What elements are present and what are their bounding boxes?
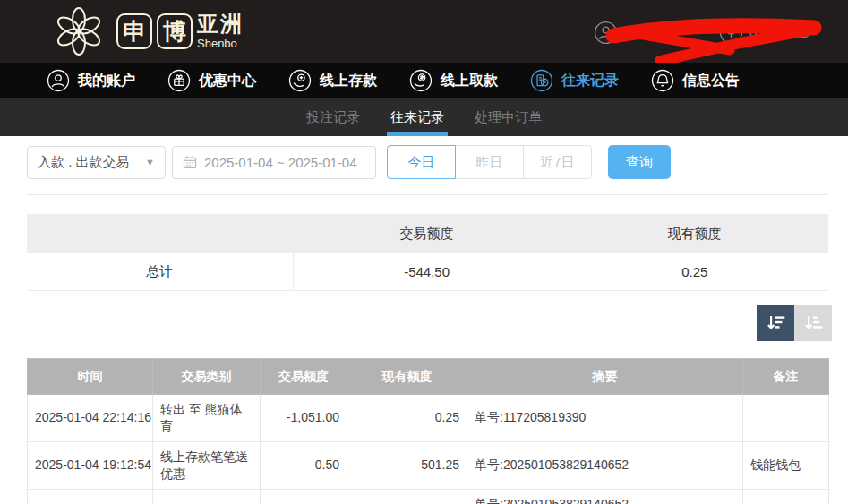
nav-label: 线上存款 (320, 72, 377, 90)
header-amount: 交易额度 (261, 359, 347, 395)
nav-item-online-withdrawal[interactable]: 线上取款 (409, 69, 498, 92)
date-range-input[interactable]: 2025-01-04 ~ 2025-01-04 (172, 146, 376, 179)
cell-balance: 0.25 (347, 395, 467, 442)
logo-char-1: 申 (116, 13, 152, 49)
cell-amount: -1,051.00 (261, 395, 347, 442)
brand-logo[interactable]: 申 博 亚洲 Shenbo (47, 5, 244, 57)
summary-total-row: 总计 -544.50 0.25 (27, 253, 828, 290)
header-balance: 现有额度 (347, 359, 467, 395)
sort-ascending-button[interactable] (794, 305, 832, 341)
top-header: 申 博 亚洲 Shenbo 0.25 RMB (0, 0, 848, 63)
calendar-icon (183, 155, 197, 169)
nav-item-transaction-records[interactable]: 往来记录 (530, 69, 619, 92)
records-icon (530, 69, 553, 92)
cell-balance: 500.75 (347, 489, 467, 504)
logo-subtitle: Shenbo (197, 37, 244, 50)
summary-total-balance: 0.25 (561, 253, 828, 290)
summary-line: 单号:202501053829140652 (475, 496, 735, 504)
transaction-type-value: 入款 . 出款交易 (38, 154, 130, 171)
sort-descending-icon (764, 312, 787, 335)
section-divider (27, 194, 828, 195)
cell-note (743, 395, 829, 442)
nav-label: 线上取款 (441, 72, 498, 90)
date-range-value: 2025-01-04 ~ 2025-01-04 (204, 155, 357, 170)
table-header-row: 时间 交易类别 交易额度 现有额度 摘要 备注 (28, 359, 829, 395)
cell-summary: 单号:117205819390 (467, 395, 743, 442)
cell-amount: 500.00 (261, 489, 347, 504)
balance-amount: 0.25 RMB (749, 25, 809, 40)
sub-nav: 投注记录 往来记录 处理中订单 (0, 98, 848, 136)
cell-summary: 单号:202501053829140652 (467, 441, 743, 489)
nav-label: 我的账户 (78, 72, 135, 90)
quick-today-button[interactable]: 今日 (387, 145, 456, 179)
cell-note: 钱能钱包 (743, 489, 829, 504)
nav-label: 优惠中心 (199, 72, 256, 90)
cell-note: 钱能钱包 (743, 441, 829, 489)
nav-item-announcements[interactable]: 信息公告 (651, 69, 740, 92)
logo-char-2: 博 (157, 13, 193, 49)
summary-total-label: 总计 (27, 253, 293, 290)
quick-yesterday-button[interactable]: 昨日 (455, 145, 524, 179)
summary-header-empty (27, 214, 293, 253)
user-icon (47, 69, 70, 92)
sort-descending-button[interactable] (757, 305, 794, 341)
summary-line: 单号:117205819390 (475, 409, 735, 426)
summary-header-transaction: 交易额度 (293, 214, 561, 253)
filter-bar: 入款 . 出款交易 ▼ 2025-01-04 ~ 2025-01-04 今日 昨… (27, 145, 671, 179)
cell-type: 线上存款 (153, 489, 261, 504)
nav-label: 往来记录 (561, 72, 619, 90)
main-nav: 我的账户 优惠中心 线上存款 线上取款 (0, 63, 848, 98)
cell-time: 2025-01-04 19:12:54 (28, 441, 153, 489)
quick-week-button[interactable]: 近7日 (523, 145, 592, 179)
summary-header-row: 交易额度 现有额度 (27, 214, 828, 253)
gift-icon (167, 69, 191, 92)
cell-time: 2025-01-04 22:14:16 (28, 395, 153, 442)
sort-buttons (757, 305, 832, 341)
summary-line: 单号:202501053829140652 (475, 457, 735, 474)
chevron-down-icon: ▼ (145, 157, 155, 167)
table-row: 2025-01-04 22:14:16 转出 至 熊猫体育 -1,051.00 … (28, 395, 829, 442)
cell-type: 线上存款笔笔送优惠 (153, 441, 261, 489)
summary-header-balance: 现有额度 (561, 214, 828, 253)
header-summary: 摘要 (467, 359, 743, 395)
summary-total-transaction: -544.50 (293, 253, 561, 290)
nav-item-my-account[interactable]: 我的账户 (47, 69, 135, 92)
transaction-type-select[interactable]: 入款 . 出款交易 ▼ (27, 146, 166, 179)
sort-ascending-icon (801, 312, 825, 335)
header-type: 交易类别 (153, 359, 261, 395)
summary-table: 交易额度 现有额度 总计 -544.50 0.25 (27, 214, 828, 291)
header-note: 备注 (743, 359, 829, 395)
deposit-icon (288, 69, 312, 92)
cell-amount: 0.50 (261, 441, 347, 489)
cell-summary: 单号:202501053829140652 人民币(RMB): 500 (467, 489, 743, 504)
cell-balance: 501.25 (347, 441, 467, 489)
nav-item-promotions[interactable]: 优惠中心 (167, 69, 256, 92)
header-time: 时间 (28, 359, 153, 395)
transaction-records-page: 申 博 亚洲 Shenbo 0.25 RMB (0, 0, 848, 504)
table-row: 2025-01-04 19:12:54 线上存款笔笔送优惠 0.50 501.2… (28, 441, 829, 489)
tab-betting-records[interactable]: 投注记录 (304, 98, 362, 136)
cell-time: 2025-01-04 19:12:54 (28, 489, 153, 504)
flower-logo-icon (47, 5, 111, 57)
query-button[interactable]: 查询 (608, 145, 671, 179)
bell-icon (651, 69, 674, 92)
cell-type: 转出 至 熊猫体育 (153, 395, 261, 442)
balance-refresh-icon[interactable] (719, 21, 743, 45)
logo-region: 亚洲 (197, 13, 244, 35)
nav-item-online-deposit[interactable]: 线上存款 (288, 69, 377, 92)
nav-label: 信息公告 (682, 72, 740, 90)
quick-date-group: 今日 昨日 近7日 (387, 145, 592, 179)
transactions-table: 时间 交易类别 交易额度 现有额度 摘要 备注 2025-01-04 22:14… (27, 358, 829, 504)
table-row: 2025-01-04 19:12:54 线上存款 500.00 500.75 单… (28, 489, 829, 504)
user-area: 0.25 RMB (579, 0, 848, 63)
user-avatar-icon[interactable] (594, 21, 618, 45)
tab-pending-orders[interactable]: 处理中订单 (473, 98, 544, 136)
tab-transaction-records[interactable]: 往来记录 (389, 98, 446, 136)
withdraw-icon (409, 69, 433, 92)
